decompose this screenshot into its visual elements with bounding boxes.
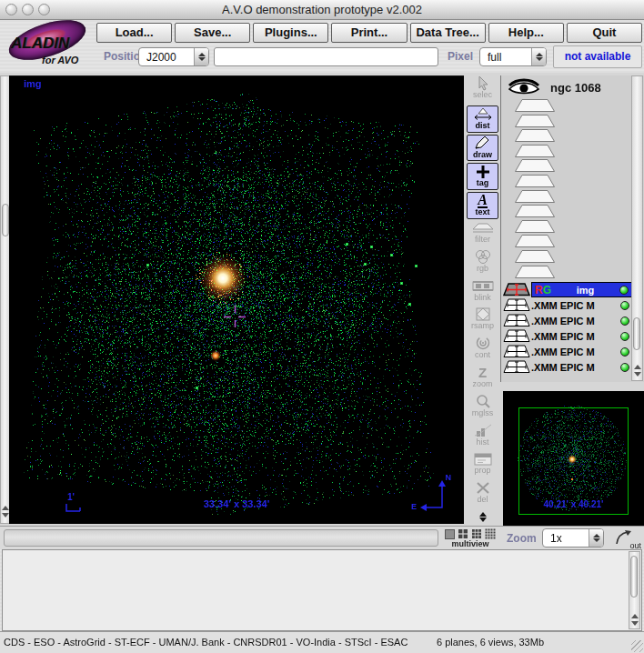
plane-row-xmm[interactable]: .XMM EPIC M xyxy=(502,359,632,375)
tool-tag[interactable]: tag xyxy=(467,163,498,190)
scrollbar-arrows[interactable] xyxy=(632,365,642,377)
plane-row-xmm[interactable]: .XMM EPIC M xyxy=(502,297,632,313)
image-plane-icon[interactable] xyxy=(502,360,531,374)
filmstrip-icon xyxy=(471,278,495,294)
tool-text[interactable]: A text xyxy=(467,192,498,219)
help-button[interactable]: Help... xyxy=(488,23,564,43)
grid-4x4-icon[interactable] xyxy=(485,528,496,539)
tool-contour: cont xyxy=(466,336,499,365)
stepper-icon[interactable] xyxy=(589,529,603,547)
plane-name: img xyxy=(551,285,619,296)
tool-histogram: hist xyxy=(466,423,499,452)
plane-active-led[interactable] xyxy=(620,332,629,341)
overview-panel[interactable]: 40.21' x 40.21' xyxy=(503,391,644,526)
image-plane-icon[interactable] xyxy=(502,314,531,327)
plane-active-led[interactable] xyxy=(620,347,629,357)
title-bar: A.V.O demonstration prototype v2.002 xyxy=(0,0,644,20)
pixel-status: not available xyxy=(553,45,642,68)
tool-draw[interactable]: draw xyxy=(467,135,498,162)
view-horizontal-scrollbar[interactable] xyxy=(4,529,438,547)
measurement-scrollbar[interactable] xyxy=(629,551,640,629)
sky-view[interactable]: img 33.34' x 33.34' 1' N E xyxy=(9,75,464,524)
tool-zoom: Z zoom xyxy=(466,365,499,394)
stack-scrollbar[interactable] xyxy=(631,75,643,381)
plus-icon xyxy=(475,164,491,179)
empty-plane-slot-icon xyxy=(514,265,556,279)
plane-row-rgb[interactable]: R G img xyxy=(502,282,632,297)
zoom-out-control[interactable]: out xyxy=(611,527,642,550)
pixel-select[interactable]: full xyxy=(479,47,547,66)
print-button[interactable]: Print... xyxy=(331,23,407,43)
credits-text: CDS - ESO - AstroGrid - ST-ECF - UMAN/J.… xyxy=(4,637,408,648)
multiview-label: multiview xyxy=(445,539,496,548)
magnifier-icon xyxy=(474,394,492,409)
image-plane-icon[interactable] xyxy=(502,329,531,343)
tool-magnifier: mglss xyxy=(466,394,499,423)
plane-list: R G img .XMM EPIC M xyxy=(502,282,632,375)
scrollbar-arrows[interactable] xyxy=(629,614,639,626)
image-plane-icon[interactable] xyxy=(502,298,531,312)
scrollbar-thumb[interactable] xyxy=(2,204,9,236)
plane-active-led[interactable] xyxy=(620,316,629,326)
red-channel-label: R xyxy=(535,284,543,296)
load-button[interactable]: Load... xyxy=(96,23,172,43)
view-bar: multiview Zoom 1x out xyxy=(0,526,644,549)
frame-select[interactable]: J2000 xyxy=(138,47,209,66)
stack-empty-slots xyxy=(514,98,556,279)
plane-row-xmm[interactable]: .XMM EPIC M xyxy=(502,313,632,328)
scrollbar-thumb[interactable] xyxy=(633,317,640,350)
scrollbar-arrows[interactable] xyxy=(1,506,9,517)
stepper-icon[interactable] xyxy=(531,48,546,65)
resample-icon xyxy=(474,306,492,322)
delete-x-icon xyxy=(475,480,491,496)
memory-summary: 6 planes, 6 views, 33Mb xyxy=(437,637,544,648)
filter-icon xyxy=(471,220,495,236)
data-tree-button[interactable]: Data Tree... xyxy=(410,23,486,43)
plane-active-led[interactable] xyxy=(619,286,629,295)
rgb-plane-icon[interactable] xyxy=(502,283,531,296)
empty-plane-slot-icon xyxy=(514,249,556,264)
plane-name: .XMM EPIC M xyxy=(531,362,620,373)
plane-row-xmm[interactable]: .XMM EPIC M xyxy=(502,344,632,359)
selected-plane-bar[interactable]: R G img xyxy=(531,282,632,297)
menu-bar: Load... Save... Plugins... Print... Data… xyxy=(96,23,642,43)
histogram-icon xyxy=(473,423,493,438)
plane-row-xmm[interactable]: .XMM EPIC M xyxy=(502,328,632,344)
quit-button[interactable]: Quit xyxy=(567,23,642,43)
empty-plane-slot-icon xyxy=(514,128,556,143)
zoom-select[interactable]: 1x xyxy=(542,528,604,548)
plane-active-led[interactable] xyxy=(620,363,629,372)
measurement-panel[interactable] xyxy=(2,549,642,631)
splitter-arrows[interactable] xyxy=(466,512,499,525)
tool-blink: blink xyxy=(466,278,499,307)
grid-3x3-icon[interactable] xyxy=(471,528,482,539)
scale-indicator: 1' xyxy=(62,495,89,515)
plane-active-led[interactable] xyxy=(620,301,629,310)
image-plane-icon[interactable] xyxy=(502,345,531,358)
scale-label: 1' xyxy=(67,492,75,502)
eye-icon[interactable] xyxy=(507,77,541,97)
scrollbar-thumb[interactable] xyxy=(630,556,638,598)
plugins-button[interactable]: Plugins... xyxy=(253,23,328,43)
plane-name: .XMM EPIC M xyxy=(531,331,620,342)
overview-fov-label: 40.21' x 40.21' xyxy=(503,499,644,509)
main-area: img 33.34' x 33.34' 1' N E xyxy=(0,73,644,526)
empty-plane-slot-icon xyxy=(514,158,556,173)
resize-grip-icon[interactable] xyxy=(631,640,643,652)
cursor-arrow-icon xyxy=(475,75,491,91)
plane-stack-panel: ngc 1068 xyxy=(500,75,644,382)
stepper-icon[interactable] xyxy=(194,48,208,65)
empty-plane-slot-icon xyxy=(514,114,556,128)
distance-icon xyxy=(473,106,493,122)
sky-canvas[interactable] xyxy=(9,76,464,524)
compass-north-label: N xyxy=(446,473,452,482)
tool-properties: prop xyxy=(466,451,499,480)
position-input[interactable] xyxy=(214,47,438,66)
grid-2x2-icon[interactable] xyxy=(458,528,468,539)
plane-name: .XMM EPIC M xyxy=(531,347,620,357)
status-bar: CDS - ESO - AstroGrid - ST-ECF - UMAN/J.… xyxy=(0,631,644,653)
multiview-checkbox[interactable] xyxy=(445,529,455,539)
app-window: A.V.O demonstration prototype v2.002 ALA… xyxy=(0,0,644,653)
save-button[interactable]: Save... xyxy=(175,23,250,43)
tool-distance[interactable]: dist xyxy=(467,105,498,133)
